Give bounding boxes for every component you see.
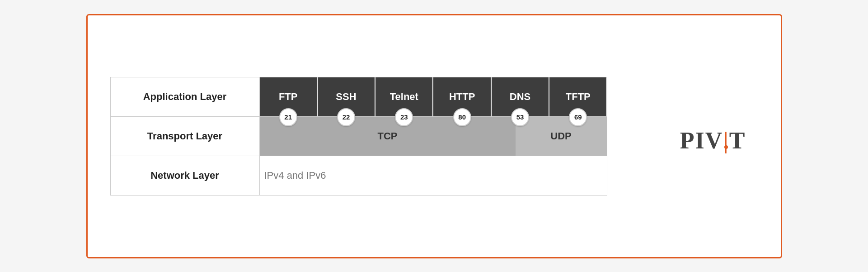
port-badge-tftp: 69: [549, 108, 607, 126]
network-layer-content: IPv4 and IPv6: [260, 156, 607, 195]
port-number-http: 80: [453, 108, 471, 126]
logo-pipe-wrapper: |: [723, 129, 729, 153]
logo-container: PIV|T: [668, 120, 758, 153]
port-number-ftp: 21: [279, 108, 297, 126]
port-badge-area: 21 22 23 80: [259, 108, 607, 126]
port-number-dns: 53: [511, 108, 529, 126]
main-container: Application Layer FTP SSH Telnet HTTP: [86, 14, 782, 258]
transport-layer-text: Transport Layer: [147, 130, 222, 142]
network-diagram: Application Layer FTP SSH Telnet HTTP: [110, 77, 607, 196]
port-badge-ssh: 22: [317, 108, 375, 126]
port-badge-spacer: [110, 108, 259, 126]
logo-dot: [724, 145, 728, 149]
pivit-logo: PIV|T: [680, 129, 746, 153]
port-number-tftp: 69: [569, 108, 587, 126]
logo-piv: PIV: [680, 128, 723, 153]
network-layer-label: Network Layer: [111, 156, 260, 195]
port-badge-http: 80: [433, 108, 491, 126]
port-badges: 21 22 23 80: [110, 108, 607, 126]
port-badge-telnet: 23: [375, 108, 433, 126]
network-layer-text: Network Layer: [150, 170, 219, 181]
port-number-telnet: 23: [395, 108, 413, 126]
port-number-ssh: 22: [337, 108, 355, 126]
port-badge-dns: 53: [491, 108, 549, 126]
port-badge-ftp: 21: [259, 108, 317, 126]
network-layer-row: Network Layer IPv4 and IPv6: [110, 156, 607, 196]
ipv4-ipv6-text: IPv4 and IPv6: [260, 156, 331, 195]
logo-pipe-character: |: [723, 128, 729, 153]
logo-it: T: [729, 128, 746, 153]
application-layer-text: Application Layer: [143, 91, 227, 103]
